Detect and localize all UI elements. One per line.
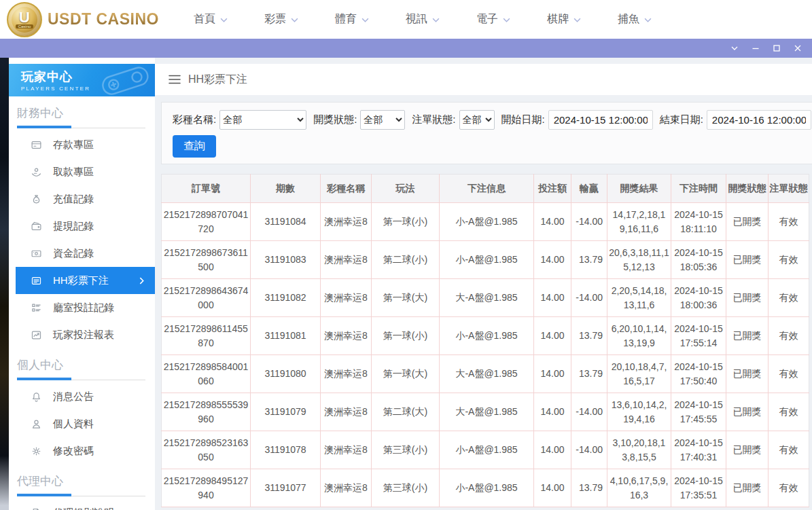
- sidebar-item[interactable]: 消息公告: [16, 383, 155, 410]
- nav-item-label: 體育: [335, 12, 357, 26]
- cell: 31191084: [251, 203, 321, 241]
- document-icon: [31, 507, 42, 510]
- cell: 6,20,10,1,14,13,19,9: [607, 317, 671, 355]
- cell: 第一球(小): [372, 203, 440, 241]
- main-area: 玩家中心 PLAYERS CENTER 財務中心存款專區取款專區充值記錄提現記錄…: [0, 58, 812, 510]
- filter-label-lottery: 彩種名稱:: [173, 113, 216, 126]
- cell: 2152172898673611500: [162, 241, 251, 279]
- sidebar-item-label: 修改密碼: [53, 445, 94, 458]
- cell: 2024-10-15 18:00:36: [671, 279, 726, 317]
- sidebar-item[interactable]: HH彩票下注: [16, 267, 155, 294]
- cell: 已開獎: [726, 355, 769, 393]
- cell: 2,20,5,14,18,13,11,6: [607, 279, 671, 317]
- column-header: 投注額: [534, 175, 571, 203]
- sidebar-section-title: 代理中心: [9, 465, 155, 494]
- chevron-down-icon: [644, 18, 652, 22]
- maximize-icon[interactable]: [766, 39, 787, 58]
- logo-banner: Casino: [16, 24, 34, 29]
- desktop-background-strip: [0, 58, 9, 510]
- minimize-icon[interactable]: [745, 39, 766, 58]
- nav-item[interactable]: 棋牌: [529, 12, 599, 26]
- draw-status-select[interactable]: 全部: [360, 110, 405, 130]
- table-row: 215217289858400106031191080澳洲幸运8第一球(大)大-…: [162, 355, 809, 393]
- cell: 澳洲幸运8: [321, 431, 372, 469]
- cell: 2152172898495127940: [162, 469, 251, 507]
- cell: 已開獎: [726, 279, 769, 317]
- cell: 13.79: [571, 355, 607, 393]
- sidebar-item-label: 玩家投注報表: [53, 329, 114, 342]
- lottery-type-select[interactable]: 全部: [219, 110, 306, 130]
- cell: 2152172898584001060: [162, 355, 251, 393]
- sidebar-item-label: 個人資料: [53, 418, 94, 431]
- nav-item[interactable]: 彩票: [246, 12, 317, 26]
- filter-label-end-date: 結束日期:: [660, 113, 703, 126]
- menu-icon[interactable]: [169, 75, 181, 84]
- search-button[interactable]: 查詢: [173, 135, 216, 158]
- table-row: 215217289849512794031191077澳洲幸运8第三球(小)小-…: [162, 469, 809, 507]
- cell: 澳洲幸运8: [321, 393, 372, 431]
- start-date-input[interactable]: [548, 110, 653, 130]
- bell-icon: [31, 391, 42, 403]
- cell: 已開獎: [726, 317, 769, 355]
- content-area: HH彩票下注 彩種名稱: 全部 開獎狀態: 全部 注單狀態: 全部: [155, 58, 812, 510]
- cell: 13.79: [571, 317, 607, 355]
- cell: 2152172898555539960: [162, 393, 251, 431]
- cell: 2024-10-15 17:50:40: [671, 355, 726, 393]
- cell: 有效: [769, 241, 809, 279]
- cell: 已開獎: [726, 431, 769, 469]
- column-header: 下注時間: [671, 175, 726, 203]
- sidebar-item[interactable]: 玩家投注報表: [16, 321, 155, 348]
- table-body: 215217289870704172031191084澳洲幸运8第一球(小)小-…: [162, 203, 809, 507]
- section-underline: [17, 378, 145, 380]
- nav-item[interactable]: 首頁: [175, 12, 246, 26]
- sidebar-item[interactable]: 資金記錄: [16, 240, 155, 267]
- sidebar-item[interactable]: 代理規則說明: [16, 499, 155, 510]
- sidebar-item[interactable]: 存款專區: [16, 131, 155, 158]
- nav-item-label: 視訊: [406, 12, 427, 26]
- sidebar-item-label: 消息公告: [53, 390, 94, 403]
- chevron-down-icon: [291, 18, 298, 22]
- window-titlebar: [0, 39, 812, 58]
- end-date-input[interactable]: [707, 110, 811, 130]
- person-icon: [31, 418, 42, 430]
- sidebar-item[interactable]: 提現記錄: [16, 213, 155, 240]
- cell: 第一球(小): [372, 317, 440, 355]
- sidebar-item-label: HH彩票下注: [53, 274, 109, 287]
- sidebar-item-label: 提現記錄: [53, 220, 94, 233]
- table-row: 215217289852316305031191078澳洲幸运8第三球(小)小-…: [162, 431, 809, 469]
- sidebar-item[interactable]: 廳室投註記錄: [16, 294, 155, 321]
- cell: 第一球(大): [372, 279, 440, 317]
- cell: 3,10,20,18,13,8,15,5: [607, 431, 671, 469]
- cell: 14.00: [534, 203, 571, 241]
- close-icon[interactable]: [787, 39, 808, 58]
- sidebar-item[interactable]: 充值記錄: [16, 185, 155, 213]
- nav-item[interactable]: 視訊: [387, 12, 458, 26]
- section-underline: [17, 126, 145, 128]
- cell: 已開獎: [726, 469, 769, 507]
- logo: U Casino USDT CASINO: [7, 2, 158, 37]
- sidebar-item[interactable]: 個人資料: [16, 410, 155, 437]
- logo-wordmark: USDT CASINO: [48, 10, 159, 29]
- sidebar-item[interactable]: 取款專區: [16, 158, 155, 185]
- lottery-bet-icon: [31, 275, 42, 287]
- sidebar-item[interactable]: 修改密碼: [16, 437, 155, 465]
- logo-coin-icon: U Casino: [7, 2, 42, 37]
- cell: -14.00: [571, 393, 607, 431]
- sidebar-item-label: 代理規則說明: [53, 507, 114, 510]
- cell: 14.00: [534, 393, 571, 431]
- nav-item[interactable]: 體育: [317, 12, 387, 26]
- chevron-down-icon: [220, 18, 228, 22]
- breadcrumb: HH彩票下注: [155, 64, 812, 95]
- nav-item[interactable]: 捕魚: [599, 12, 670, 26]
- column-header: 期數: [251, 175, 321, 203]
- table-row: 215217289855553996031191079澳洲幸运8第二球(大)大-…: [162, 393, 809, 431]
- column-header: 下注信息: [440, 175, 534, 203]
- cell: 第一球(大): [372, 355, 440, 393]
- nav-item[interactable]: 電子: [458, 12, 529, 26]
- sidebar-item-label: 存款專區: [53, 139, 94, 151]
- order-status-select[interactable]: 全部: [459, 110, 495, 130]
- cell: 31191082: [251, 279, 321, 317]
- collapse-chevron-icon[interactable]: [724, 39, 745, 58]
- top-navbar: U Casino USDT CASINO 首頁彩票體育視訊電子棋牌捕魚: [0, 0, 812, 39]
- table-row: 215217289861145587031191081澳洲幸运8第一球(小)小-…: [162, 317, 809, 355]
